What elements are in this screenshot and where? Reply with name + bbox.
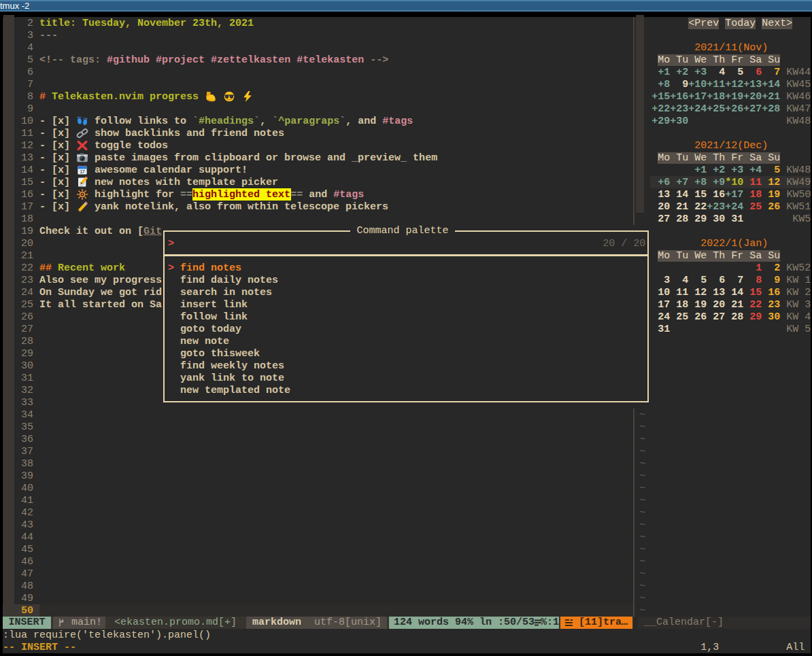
svg-text:17: 17 [80,169,85,174]
